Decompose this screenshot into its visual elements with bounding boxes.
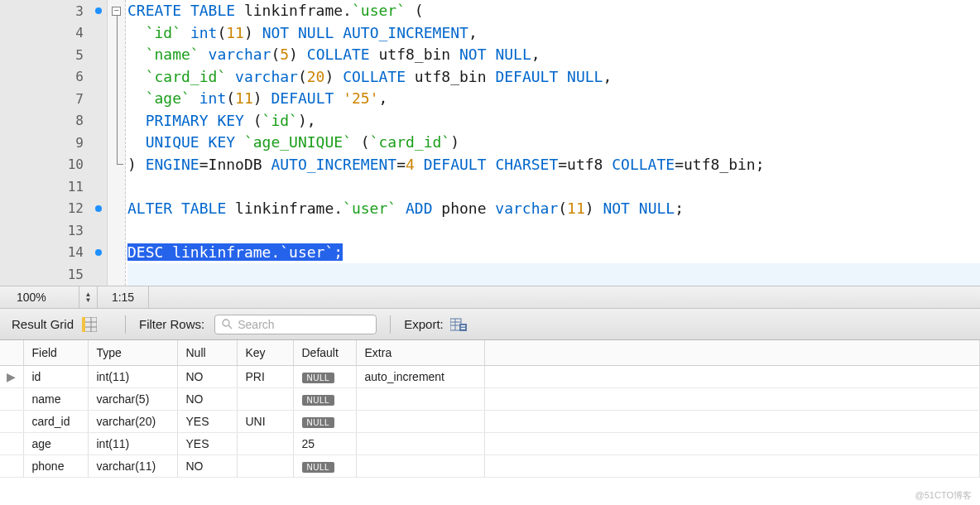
row-marker: ▶ bbox=[0, 365, 23, 387]
cell-extra[interactable] bbox=[356, 387, 484, 410]
row-marker bbox=[0, 432, 23, 454]
fold-gutter-line bbox=[108, 198, 125, 220]
table-row[interactable]: namevarchar(5)NONULL bbox=[0, 387, 980, 410]
breakpoint-marker[interactable] bbox=[95, 7, 102, 14]
cell-key[interactable]: PRI bbox=[237, 365, 293, 387]
code-line[interactable]: `name` varchar(5) COLLATE utf8_bin NOT N… bbox=[127, 44, 980, 66]
code-line[interactable] bbox=[127, 219, 980, 242]
fold-gutter-line bbox=[108, 132, 125, 154]
code-text-area[interactable]: CREATE TABLE linkinframe.`user` ( `id` i… bbox=[126, 0, 980, 286]
cell-default[interactable]: NULL bbox=[293, 387, 356, 410]
code-line[interactable]: `id` int(11) NOT NULL AUTO_INCREMENT, bbox=[127, 22, 980, 45]
export-label: Export: bbox=[404, 317, 444, 331]
zoom-spinner[interactable]: ▲▼ bbox=[79, 286, 98, 308]
export-icon[interactable] bbox=[450, 317, 467, 332]
cell-extra[interactable] bbox=[356, 410, 484, 432]
null-badge: NULL bbox=[302, 417, 335, 428]
code-line[interactable]: UNIQUE KEY `age_UNIQUE` (`card_id`) bbox=[127, 132, 980, 154]
result-grid-label: Result Grid bbox=[12, 317, 74, 331]
code-line[interactable] bbox=[127, 263, 980, 286]
cell-type[interactable]: int(11) bbox=[88, 365, 177, 387]
table-row[interactable]: card_idvarchar(20)YESUNINULL bbox=[0, 410, 980, 432]
line-number: 9 bbox=[0, 132, 107, 154]
cell-field[interactable]: id bbox=[23, 365, 88, 387]
column-header[interactable]: Extra bbox=[356, 340, 484, 365]
line-number: 14 bbox=[0, 242, 107, 264]
line-number: 10 bbox=[0, 154, 107, 176]
svg-rect-13 bbox=[461, 328, 465, 329]
result-table[interactable]: FieldTypeNullKeyDefaultExtra ▶idint(11)N… bbox=[0, 340, 980, 478]
code-line[interactable]: ) ENGINE=InnoDB AUTO_INCREMENT=4 DEFAULT… bbox=[127, 154, 980, 176]
cell-null[interactable]: NO bbox=[177, 387, 237, 410]
cell-field[interactable]: phone bbox=[23, 454, 88, 477]
fold-gutter-line bbox=[108, 242, 125, 264]
line-number: 4 bbox=[0, 22, 107, 45]
column-header[interactable]: Field bbox=[23, 340, 88, 365]
search-icon bbox=[222, 319, 233, 329]
svg-rect-12 bbox=[461, 325, 465, 327]
cell-key[interactable] bbox=[237, 454, 293, 477]
line-number: 11 bbox=[0, 176, 107, 198]
search-input[interactable]: Search bbox=[214, 315, 377, 334]
null-badge: NULL bbox=[302, 373, 335, 383]
cell-default[interactable]: NULL bbox=[293, 365, 356, 387]
cell-null[interactable]: YES bbox=[177, 432, 237, 454]
cell-field[interactable]: name bbox=[23, 387, 88, 410]
line-number: 12 bbox=[0, 198, 107, 220]
table-row[interactable]: ▶idint(11)NOPRINULLauto_increment bbox=[0, 365, 980, 387]
svg-line-6 bbox=[228, 325, 232, 329]
cell-default[interactable]: NULL bbox=[293, 410, 356, 432]
table-row[interactable]: ageint(11)YES25 bbox=[0, 432, 980, 454]
fold-gutter-line bbox=[108, 176, 125, 198]
code-line[interactable]: DESC linkinframe.`user`; bbox=[127, 242, 980, 264]
cell-extra[interactable]: auto_increment bbox=[356, 365, 484, 387]
line-number-gutter: 3456789101112131415 bbox=[0, 0, 108, 286]
cell-extra[interactable] bbox=[356, 432, 484, 454]
sql-editor[interactable]: 3456789101112131415 − CREATE TABLE linki… bbox=[0, 0, 980, 286]
code-line[interactable]: `age` int(11) DEFAULT '25', bbox=[127, 88, 980, 110]
table-header-row: FieldTypeNullKeyDefaultExtra bbox=[0, 340, 980, 365]
cursor-position: 1:15 bbox=[98, 286, 149, 308]
code-line[interactable]: `card_id` varchar(20) COLLATE utf8_bin D… bbox=[127, 66, 980, 89]
column-header[interactable]: Key bbox=[237, 340, 293, 365]
cell-type[interactable]: varchar(11) bbox=[88, 454, 177, 477]
row-marker bbox=[0, 454, 23, 477]
fold-column[interactable]: − bbox=[108, 0, 126, 286]
cell-type[interactable]: int(11) bbox=[88, 432, 177, 454]
cell-field[interactable]: age bbox=[23, 432, 88, 454]
svg-rect-11 bbox=[459, 324, 467, 331]
watermark: @51CTO博客 bbox=[915, 489, 972, 502]
breakpoint-marker[interactable] bbox=[95, 205, 102, 212]
cell-field[interactable]: card_id bbox=[23, 410, 88, 432]
zoom-level[interactable]: 100% bbox=[0, 286, 79, 308]
row-marker-header bbox=[0, 340, 23, 365]
null-badge: NULL bbox=[302, 395, 335, 406]
code-line[interactable]: PRIMARY KEY (`id`), bbox=[127, 110, 980, 132]
table-row[interactable]: phonevarchar(11)NONULL bbox=[0, 454, 980, 477]
column-header[interactable]: Type bbox=[88, 340, 177, 365]
cell-default[interactable]: NULL bbox=[293, 454, 356, 477]
cell-type[interactable]: varchar(5) bbox=[88, 387, 177, 410]
cell-null[interactable]: NO bbox=[177, 454, 237, 477]
table-body[interactable]: ▶idint(11)NOPRINULLauto_incrementnamevar… bbox=[0, 365, 980, 477]
code-line[interactable]: CREATE TABLE linkinframe.`user` ( bbox=[127, 0, 980, 22]
fold-gutter-line bbox=[108, 66, 125, 89]
column-header[interactable]: Default bbox=[293, 340, 356, 365]
grid-icon[interactable] bbox=[82, 317, 97, 332]
fold-gutter-line bbox=[108, 154, 125, 176]
svg-point-5 bbox=[223, 320, 229, 326]
svg-rect-1 bbox=[82, 317, 85, 332]
code-line[interactable] bbox=[127, 176, 980, 198]
cell-default[interactable]: 25 bbox=[293, 432, 356, 454]
search-placeholder: Search bbox=[238, 318, 274, 331]
cell-null[interactable]: YES bbox=[177, 410, 237, 432]
code-line[interactable]: ALTER TABLE linkinframe.`user` ADD phone… bbox=[127, 198, 980, 220]
column-header[interactable]: Null bbox=[177, 340, 237, 365]
cell-key[interactable]: UNI bbox=[237, 410, 293, 432]
breakpoint-marker[interactable] bbox=[95, 249, 102, 256]
cell-key[interactable] bbox=[237, 387, 293, 410]
cell-extra[interactable] bbox=[356, 454, 484, 477]
cell-null[interactable]: NO bbox=[177, 365, 237, 387]
cell-type[interactable]: varchar(20) bbox=[88, 410, 177, 432]
cell-key[interactable] bbox=[237, 432, 293, 454]
